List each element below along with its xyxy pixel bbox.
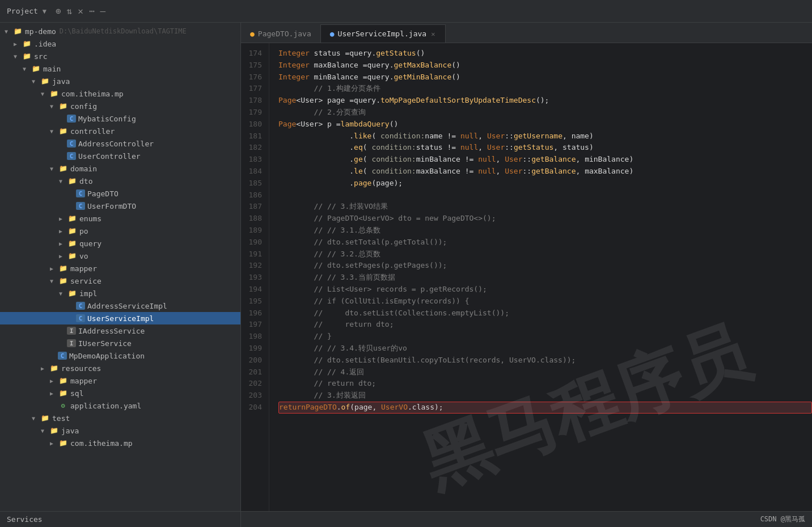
tree-item-icon: 📁	[49, 88, 59, 99]
tree-item-dto[interactable]: ▼📁dto	[0, 175, 240, 187]
code-content[interactable]: Integer status = query.getStatus() Integ…	[269, 43, 812, 511]
tree-item-icon: 📁	[67, 238, 77, 248]
tree-item-userserviceimpl[interactable]: CUserServiceImpl	[0, 312, 240, 324]
tree-item-test[interactable]: ▼📁test	[0, 412, 240, 424]
navigate-icon[interactable]: ⇅	[67, 6, 73, 16]
line-numbers: 1741751761771781791801811821831841851861…	[241, 43, 269, 511]
tree-item-label: po	[79, 227, 88, 235]
tree-item-iuserservice[interactable]: IIUserService	[0, 337, 240, 349]
close-icon[interactable]: ✕	[78, 6, 83, 16]
tree-item-service[interactable]: ▼📁service	[0, 275, 240, 287]
tree-item-icon: C	[76, 202, 85, 210]
tree-item-icon: 📁	[58, 263, 68, 273]
tree-item-resources[interactable]: ▶📁resources	[0, 362, 240, 374]
line-number: 192	[241, 260, 262, 272]
tree-arrow: ▶	[50, 440, 58, 446]
code-line	[278, 189, 812, 201]
tree-item-label: com.itheima.mp	[70, 439, 133, 448]
tree-arrow: ▼	[41, 91, 49, 97]
tree-item-enums[interactable]: ▶📁enums	[0, 212, 240, 225]
code-line: Integer maxBalance = query.getMaxBalance…	[278, 60, 812, 71]
tree-arrow: ▼	[5, 28, 12, 35]
title-bar: Project ▼ ⊕ ⇅ ✕ ⋯ —	[0, 0, 812, 23]
tree-item-java[interactable]: ▼📁java	[0, 75, 240, 87]
tree-arrow: ▼	[32, 78, 40, 85]
tree-item-label: AddressController	[78, 140, 154, 148]
title-bar-icons: ⊕ ⇅ ✕ ⋯ —	[56, 6, 105, 16]
tree-item-label: test	[52, 414, 70, 423]
tree-item-query[interactable]: ▶📁query	[0, 237, 240, 250]
tree-item-icon: 📁	[67, 176, 77, 186]
tree-item-label: dto	[79, 177, 92, 185]
tree-arrow: ▼	[32, 415, 40, 421]
line-number: 181	[241, 130, 262, 142]
tab-userserviceimpljava[interactable]: ●UserServiceImpl.java✕	[321, 24, 446, 43]
tree-item-main[interactable]: ▼📁main	[0, 62, 240, 75]
tree-item-impl[interactable]: ▼📁impl	[0, 287, 240, 300]
tree-arrow: ▼	[59, 178, 67, 184]
tree-item-addressserviceimpl[interactable]: CAddressServiceImpl	[0, 300, 240, 312]
tree-item-userformdto[interactable]: CUserFormDTO	[0, 200, 240, 212]
tree-item-label: IAddressService	[78, 327, 145, 335]
tree-item-com-itheima-mp[interactable]: ▼📁com.itheima.mp	[0, 87, 240, 100]
tree-item-addresscontroller[interactable]: CAddressController	[0, 137, 240, 150]
tree-arrow: ▼	[23, 66, 31, 72]
tree-item-application-yaml[interactable]: ⚙application.yaml	[0, 399, 240, 412]
line-number: 191	[241, 248, 262, 260]
tree-item-vo[interactable]: ▶📁vo	[0, 250, 240, 262]
tree-item-iaddressservice[interactable]: IIAddressService	[0, 324, 240, 337]
code-line: // List<User> records = p.getRecords();	[278, 284, 812, 296]
tree-item-sql[interactable]: ▶📁sql	[0, 387, 240, 399]
line-number: 194	[241, 284, 262, 296]
tab-icon: ●	[250, 29, 255, 38]
tree-item-controller[interactable]: ▼📁controller	[0, 125, 240, 137]
line-number: 198	[241, 331, 262, 343]
tree-arrow: ▼	[50, 278, 58, 284]
sidebar: ▼📁mp-demoD:\BaiduNetdiskDownload\TAGTIME…	[0, 23, 241, 527]
tree-item-mp-demo[interactable]: ▼📁mp-demoD:\BaiduNetdiskDownload\TAGTIME	[0, 25, 240, 37]
tree-item-mapper[interactable]: ▶📁mapper	[0, 262, 240, 275]
code-line: // dto.setTotal(p.getTotal());	[278, 237, 812, 248]
tree-item-icon: 📁	[31, 64, 41, 74]
tree-item-domain[interactable]: ▼📁domain	[0, 162, 240, 175]
tree-item-mapper[interactable]: ▶📁mapper	[0, 374, 240, 387]
tree-item-icon: C	[76, 314, 85, 322]
tree-item-pagedto[interactable]: CPageDTO	[0, 187, 240, 200]
tree-item-label: service	[70, 277, 102, 285]
code-line: // 2.分页查询	[278, 107, 812, 119]
add-icon[interactable]: ⊕	[56, 6, 61, 16]
code-line: .page(page);	[278, 178, 812, 189]
tree-item-po[interactable]: ▶📁po	[0, 225, 240, 237]
tree-item-com-itheima-mp[interactable]: ▶📁com.itheima.mp	[0, 437, 240, 449]
tree-item-usercontroller[interactable]: CUserController	[0, 150, 240, 162]
tab-pagedtojava[interactable]: ●PageDTO.java	[241, 24, 321, 43]
code-line: // // 3.4.转贝user的vo	[278, 343, 812, 355]
tree-arrow: ▶	[59, 228, 67, 234]
code-line: .ge( condition: minBalance != null, User…	[278, 154, 812, 166]
tree-item-java[interactable]: ▼📁java	[0, 424, 240, 437]
tab-label: UserServiceImpl.java	[338, 29, 427, 38]
tab-close-button[interactable]: ✕	[430, 30, 436, 38]
tree-item-icon: 📁	[67, 213, 77, 224]
tree-item-mpdemoapplication[interactable]: CMpDemoApplication	[0, 349, 240, 362]
tree-item-label: UserController	[78, 152, 141, 161]
tree-item-label: main	[43, 65, 61, 73]
tree-item-label: MybatisConfig	[78, 115, 136, 123]
minimize-icon[interactable]: —	[100, 6, 106, 16]
more-icon[interactable]: ⋯	[89, 6, 95, 16]
project-label[interactable]: Project	[7, 7, 38, 15]
tree-item-icon: 📁	[40, 413, 50, 423]
tree-item-config[interactable]: ▼📁config	[0, 100, 240, 112]
tab-icon: ●	[330, 29, 335, 38]
tree-item-icon: ⚙	[58, 400, 68, 411]
tab-label: PageDTO.java	[258, 29, 311, 38]
code-line: // dto.setList(Collections.emptyList());	[278, 307, 812, 319]
services-panel-label[interactable]: Services	[0, 511, 240, 527]
tree-item-src[interactable]: ▼📁src	[0, 50, 240, 62]
tree-item--idea[interactable]: ▶📁.idea	[0, 37, 240, 50]
tree-item-label: resources	[61, 364, 101, 373]
chevron-down-icon[interactable]: ▼	[43, 7, 46, 15]
tree-item-mybatisconfig[interactable]: CMybatisConfig	[0, 112, 240, 125]
tree-item-icon: 📁	[58, 126, 68, 136]
code-line: // if (CollUtil.isEmpty(records)) {	[278, 296, 812, 307]
